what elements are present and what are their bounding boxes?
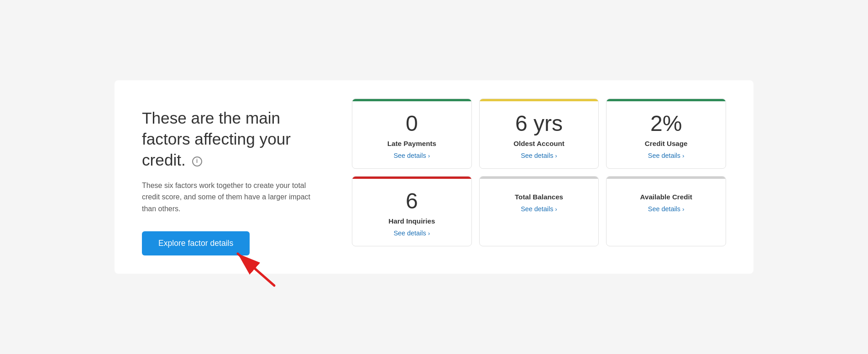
arrow-icon [224,245,279,290]
card-late-payments: 0Late PaymentsSee details› [352,99,472,169]
svg-line-1 [238,254,274,286]
card-value-hard-inquiries: 6 [406,189,418,213]
card-oldest-account: 6 yrsOldest AccountSee details› [479,99,599,169]
card-link-text-credit-usage: See details [648,152,680,159]
card-hard-inquiries: 6Hard InquiriesSee details› [352,176,472,246]
card-value-oldest-account: 6 yrs [515,112,563,136]
chevron-right-icon: › [555,152,557,159]
card-label-oldest-account: Oldest Account [513,140,565,147]
cards-grid: 0Late PaymentsSee details›6 yrsOldest Ac… [352,99,726,246]
card-link-text-late-payments: See details [393,152,426,159]
chevron-right-icon: › [428,152,430,159]
heading-text: These are the main factors affecting you… [142,109,291,169]
chevron-right-icon: › [682,206,685,213]
card-available-credit: Available CreditSee details› [606,176,726,246]
card-link-text-total-balances: See details [521,205,553,213]
chevron-right-icon: › [428,230,430,237]
card-value-late-payments: 0 [406,112,418,136]
arrow-container [224,245,279,292]
card-link-late-payments[interactable]: See details› [393,152,430,159]
left-panel: These are the main factors affecting you… [142,99,315,255]
description-text: These six factors work together to creat… [142,180,315,215]
chevron-right-icon: › [682,152,685,159]
card-link-text-hard-inquiries: See details [393,229,426,237]
card-label-total-balances: Total Balances [515,193,563,201]
card-label-hard-inquiries: Hard Inquiries [388,217,435,225]
card-value-credit-usage: 2% [650,112,682,136]
info-icon[interactable]: i [192,156,202,167]
main-container: These are the main factors affecting you… [115,80,753,273]
card-link-text-oldest-account: See details [521,152,553,159]
chevron-right-icon: › [555,206,557,213]
card-link-available-credit[interactable]: See details› [648,205,685,213]
card-link-text-available-credit: See details [648,205,680,213]
card-total-balances: Total BalancesSee details› [479,176,599,246]
card-link-oldest-account[interactable]: See details› [521,152,557,159]
card-label-available-credit: Available Credit [640,193,692,201]
card-credit-usage: 2%Credit UsageSee details› [606,99,726,169]
card-label-late-payments: Late Payments [387,140,436,147]
card-link-total-balances[interactable]: See details› [521,205,557,213]
card-link-hard-inquiries[interactable]: See details› [393,229,430,237]
card-label-credit-usage: Credit Usage [645,140,688,147]
main-heading: These are the main factors affecting you… [142,108,315,170]
card-link-credit-usage[interactable]: See details› [648,152,685,159]
